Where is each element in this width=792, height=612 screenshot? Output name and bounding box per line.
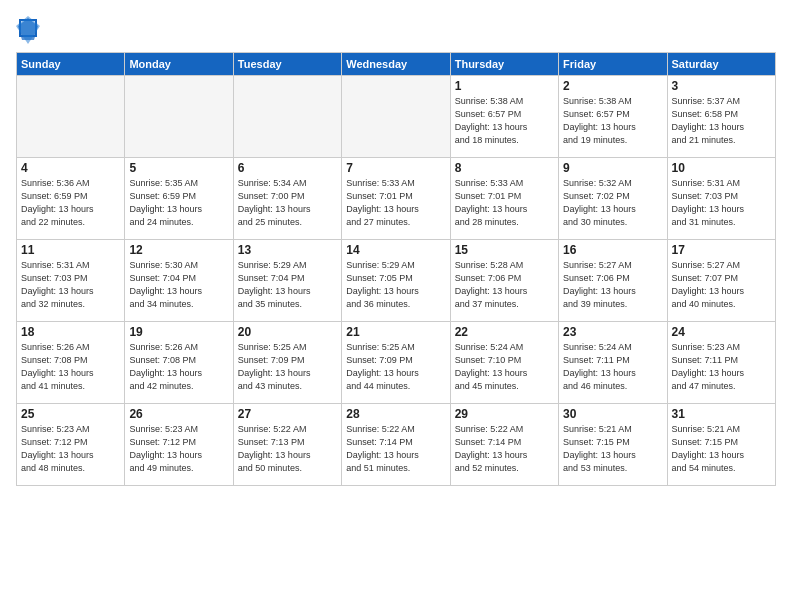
day-number: 2 — [563, 79, 662, 93]
day-number: 27 — [238, 407, 337, 421]
day-info: Sunrise: 5:28 AM Sunset: 7:06 PM Dayligh… — [455, 259, 554, 311]
day-number: 21 — [346, 325, 445, 339]
day-number: 19 — [129, 325, 228, 339]
day-cell: 2Sunrise: 5:38 AM Sunset: 6:57 PM Daylig… — [559, 76, 667, 158]
day-cell: 6Sunrise: 5:34 AM Sunset: 7:00 PM Daylig… — [233, 158, 341, 240]
day-number: 17 — [672, 243, 771, 257]
day-info: Sunrise: 5:23 AM Sunset: 7:12 PM Dayligh… — [21, 423, 120, 475]
day-info: Sunrise: 5:23 AM Sunset: 7:12 PM Dayligh… — [129, 423, 228, 475]
day-cell: 11Sunrise: 5:31 AM Sunset: 7:03 PM Dayli… — [17, 240, 125, 322]
day-number: 1 — [455, 79, 554, 93]
day-info: Sunrise: 5:21 AM Sunset: 7:15 PM Dayligh… — [672, 423, 771, 475]
week-row-2: 4Sunrise: 5:36 AM Sunset: 6:59 PM Daylig… — [17, 158, 776, 240]
day-info: Sunrise: 5:22 AM Sunset: 7:14 PM Dayligh… — [346, 423, 445, 475]
day-number: 6 — [238, 161, 337, 175]
day-cell: 31Sunrise: 5:21 AM Sunset: 7:15 PM Dayli… — [667, 404, 775, 486]
day-info: Sunrise: 5:30 AM Sunset: 7:04 PM Dayligh… — [129, 259, 228, 311]
weekday-header-tuesday: Tuesday — [233, 53, 341, 76]
day-info: Sunrise: 5:35 AM Sunset: 6:59 PM Dayligh… — [129, 177, 228, 229]
day-number: 5 — [129, 161, 228, 175]
day-number: 22 — [455, 325, 554, 339]
day-number: 24 — [672, 325, 771, 339]
day-info: Sunrise: 5:24 AM Sunset: 7:10 PM Dayligh… — [455, 341, 554, 393]
day-number: 10 — [672, 161, 771, 175]
weekday-header-wednesday: Wednesday — [342, 53, 450, 76]
day-info: Sunrise: 5:33 AM Sunset: 7:01 PM Dayligh… — [455, 177, 554, 229]
page: SundayMondayTuesdayWednesdayThursdayFrid… — [0, 0, 792, 612]
day-info: Sunrise: 5:31 AM Sunset: 7:03 PM Dayligh… — [21, 259, 120, 311]
day-info: Sunrise: 5:23 AM Sunset: 7:11 PM Dayligh… — [672, 341, 771, 393]
day-cell: 9Sunrise: 5:32 AM Sunset: 7:02 PM Daylig… — [559, 158, 667, 240]
day-number: 15 — [455, 243, 554, 257]
day-info: Sunrise: 5:22 AM Sunset: 7:14 PM Dayligh… — [455, 423, 554, 475]
day-info: Sunrise: 5:36 AM Sunset: 6:59 PM Dayligh… — [21, 177, 120, 229]
day-number: 16 — [563, 243, 662, 257]
day-cell: 10Sunrise: 5:31 AM Sunset: 7:03 PM Dayli… — [667, 158, 775, 240]
weekday-header-monday: Monday — [125, 53, 233, 76]
day-cell: 17Sunrise: 5:27 AM Sunset: 7:07 PM Dayli… — [667, 240, 775, 322]
day-number: 23 — [563, 325, 662, 339]
day-number: 7 — [346, 161, 445, 175]
day-cell: 24Sunrise: 5:23 AM Sunset: 7:11 PM Dayli… — [667, 322, 775, 404]
day-number: 20 — [238, 325, 337, 339]
day-cell: 23Sunrise: 5:24 AM Sunset: 7:11 PM Dayli… — [559, 322, 667, 404]
day-info: Sunrise: 5:34 AM Sunset: 7:00 PM Dayligh… — [238, 177, 337, 229]
logo-icon — [16, 16, 40, 44]
day-info: Sunrise: 5:26 AM Sunset: 7:08 PM Dayligh… — [21, 341, 120, 393]
day-info: Sunrise: 5:31 AM Sunset: 7:03 PM Dayligh… — [672, 177, 771, 229]
day-number: 30 — [563, 407, 662, 421]
day-info: Sunrise: 5:25 AM Sunset: 7:09 PM Dayligh… — [346, 341, 445, 393]
day-number: 18 — [21, 325, 120, 339]
day-cell — [17, 76, 125, 158]
calendar: SundayMondayTuesdayWednesdayThursdayFrid… — [16, 52, 776, 486]
day-info: Sunrise: 5:21 AM Sunset: 7:15 PM Dayligh… — [563, 423, 662, 475]
day-info: Sunrise: 5:25 AM Sunset: 7:09 PM Dayligh… — [238, 341, 337, 393]
day-info: Sunrise: 5:22 AM Sunset: 7:13 PM Dayligh… — [238, 423, 337, 475]
day-info: Sunrise: 5:38 AM Sunset: 6:57 PM Dayligh… — [563, 95, 662, 147]
day-info: Sunrise: 5:38 AM Sunset: 6:57 PM Dayligh… — [455, 95, 554, 147]
day-number: 28 — [346, 407, 445, 421]
day-cell — [233, 76, 341, 158]
day-cell: 29Sunrise: 5:22 AM Sunset: 7:14 PM Dayli… — [450, 404, 558, 486]
day-cell: 7Sunrise: 5:33 AM Sunset: 7:01 PM Daylig… — [342, 158, 450, 240]
day-number: 12 — [129, 243, 228, 257]
day-cell: 28Sunrise: 5:22 AM Sunset: 7:14 PM Dayli… — [342, 404, 450, 486]
day-cell: 26Sunrise: 5:23 AM Sunset: 7:12 PM Dayli… — [125, 404, 233, 486]
weekday-header-row: SundayMondayTuesdayWednesdayThursdayFrid… — [17, 53, 776, 76]
day-number: 26 — [129, 407, 228, 421]
week-row-1: 1Sunrise: 5:38 AM Sunset: 6:57 PM Daylig… — [17, 76, 776, 158]
day-info: Sunrise: 5:29 AM Sunset: 7:04 PM Dayligh… — [238, 259, 337, 311]
day-info: Sunrise: 5:33 AM Sunset: 7:01 PM Dayligh… — [346, 177, 445, 229]
day-cell: 4Sunrise: 5:36 AM Sunset: 6:59 PM Daylig… — [17, 158, 125, 240]
day-cell — [125, 76, 233, 158]
weekday-header-sunday: Sunday — [17, 53, 125, 76]
day-info: Sunrise: 5:29 AM Sunset: 7:05 PM Dayligh… — [346, 259, 445, 311]
day-info: Sunrise: 5:27 AM Sunset: 7:07 PM Dayligh… — [672, 259, 771, 311]
week-row-3: 11Sunrise: 5:31 AM Sunset: 7:03 PM Dayli… — [17, 240, 776, 322]
day-number: 3 — [672, 79, 771, 93]
weekday-header-saturday: Saturday — [667, 53, 775, 76]
day-cell: 15Sunrise: 5:28 AM Sunset: 7:06 PM Dayli… — [450, 240, 558, 322]
day-info: Sunrise: 5:26 AM Sunset: 7:08 PM Dayligh… — [129, 341, 228, 393]
day-info: Sunrise: 5:27 AM Sunset: 7:06 PM Dayligh… — [563, 259, 662, 311]
logo — [16, 16, 42, 44]
day-cell: 14Sunrise: 5:29 AM Sunset: 7:05 PM Dayli… — [342, 240, 450, 322]
day-number: 29 — [455, 407, 554, 421]
day-number: 4 — [21, 161, 120, 175]
weekday-header-friday: Friday — [559, 53, 667, 76]
day-cell: 12Sunrise: 5:30 AM Sunset: 7:04 PM Dayli… — [125, 240, 233, 322]
day-info: Sunrise: 5:32 AM Sunset: 7:02 PM Dayligh… — [563, 177, 662, 229]
day-cell: 20Sunrise: 5:25 AM Sunset: 7:09 PM Dayli… — [233, 322, 341, 404]
day-cell: 19Sunrise: 5:26 AM Sunset: 7:08 PM Dayli… — [125, 322, 233, 404]
day-cell — [342, 76, 450, 158]
day-number: 9 — [563, 161, 662, 175]
day-cell: 3Sunrise: 5:37 AM Sunset: 6:58 PM Daylig… — [667, 76, 775, 158]
day-cell: 1Sunrise: 5:38 AM Sunset: 6:57 PM Daylig… — [450, 76, 558, 158]
day-info: Sunrise: 5:24 AM Sunset: 7:11 PM Dayligh… — [563, 341, 662, 393]
day-number: 14 — [346, 243, 445, 257]
day-cell: 30Sunrise: 5:21 AM Sunset: 7:15 PM Dayli… — [559, 404, 667, 486]
day-number: 13 — [238, 243, 337, 257]
day-number: 8 — [455, 161, 554, 175]
header — [16, 16, 776, 44]
day-cell: 27Sunrise: 5:22 AM Sunset: 7:13 PM Dayli… — [233, 404, 341, 486]
